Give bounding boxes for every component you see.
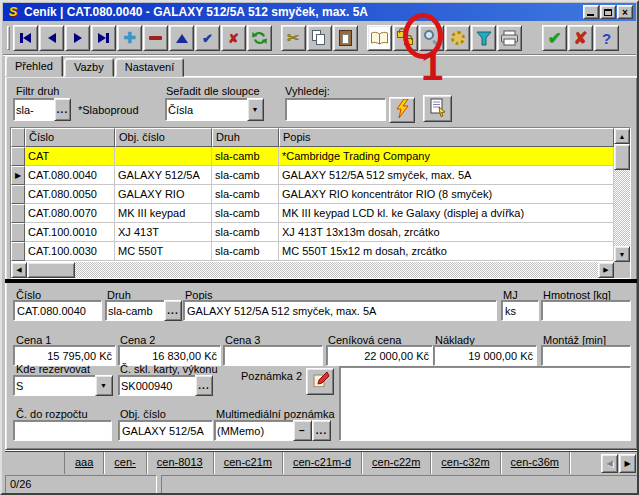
grid-cell[interactable]: CAT.100.0010: [25, 223, 115, 242]
sheet-tab-cen-c21m[interactable]: cen-c21m: [214, 452, 283, 474]
naklady-field[interactable]: [433, 345, 537, 366]
paste-button[interactable]: [333, 25, 358, 51]
kde-rezervovat-field[interactable]: [13, 375, 95, 396]
search-input[interactable]: [285, 98, 386, 121]
mj-field[interactable]: [501, 300, 539, 321]
grid-cell[interactable]: CAT.080.0070: [25, 204, 115, 223]
mmemo-field[interactable]: [214, 420, 293, 441]
print-button[interactable]: [497, 25, 522, 51]
view-book-button[interactable]: [367, 25, 392, 51]
sheet-scroll-right-button[interactable]: ▶: [619, 454, 636, 473]
grid-cell[interactable]: GALAXY 512/5A: [115, 166, 212, 185]
rozpocet-field[interactable]: [13, 420, 112, 441]
cancel-edit-button[interactable]: ✘: [221, 25, 246, 51]
column-header[interactable]: Druh: [212, 128, 279, 147]
kde-rezervovat-dropdown-button[interactable]: ▼: [95, 375, 113, 396]
table-row[interactable]: CAT.100.0030MC 550Tsla-cambMC 550T 15x12…: [11, 242, 614, 261]
grid-cell[interactable]: GALAXY 512/5A 512 smyček, max. 5A: [279, 166, 614, 185]
close-window-button[interactable]: ×: [617, 5, 633, 19]
maximize-button[interactable]: [600, 5, 616, 19]
quick-search-button[interactable]: [389, 97, 415, 123]
last-record-button[interactable]: [91, 25, 116, 51]
grid-cell[interactable]: GALAXY RIO: [115, 185, 212, 204]
cut-button[interactable]: ✂: [281, 25, 306, 51]
grid-cell[interactable]: MC 550T: [115, 242, 212, 261]
druh-ellipsis-button[interactable]: ...: [164, 300, 182, 321]
horizontal-scroll-thumb[interactable]: [27, 262, 75, 278]
table-row[interactable]: CAT.080.0070MK III keypadsla-cambMK III …: [11, 204, 614, 223]
popis-field[interactable]: [183, 300, 497, 321]
grid-cell[interactable]: XJ 413T: [115, 223, 212, 242]
confirm-button[interactable]: ✔: [542, 25, 567, 51]
search-options-button[interactable]: [423, 95, 452, 122]
sheet-tab-cen-[interactable]: cen-: [104, 452, 146, 474]
post-record-button[interactable]: ✔: [195, 25, 220, 51]
grid-cell[interactable]: MK III keypad: [115, 204, 212, 223]
row-selector[interactable]: [11, 242, 25, 261]
scroll-left-button[interactable]: ◀: [11, 262, 27, 278]
grid-cell[interactable]: sla-camb: [212, 242, 279, 261]
cislo-field[interactable]: [13, 300, 102, 321]
grid-cell[interactable]: sla-camb: [212, 223, 279, 242]
grid-cell[interactable]: CAT: [25, 147, 115, 166]
cenikova-field[interactable]: [326, 345, 433, 366]
scroll-right-button[interactable]: ▶: [598, 262, 614, 278]
obj-cislo-field[interactable]: [118, 420, 213, 441]
edit-record-button[interactable]: [169, 25, 194, 51]
grid-cell[interactable]: [115, 147, 212, 166]
grid-cell[interactable]: CAT.080.0040: [25, 166, 115, 185]
delete-record-button[interactable]: [143, 25, 168, 51]
filtr-druh-field[interactable]: [13, 98, 54, 121]
vertical-scroll-thumb[interactable]: [614, 144, 630, 170]
settings-button[interactable]: [445, 25, 470, 51]
table-row[interactable]: ▶CAT.080.0040GALAXY 512/5Asla-cambGALAXY…: [11, 166, 614, 185]
sheet-tab-cen-c32m[interactable]: cen-c32m: [431, 452, 500, 474]
grid-cell[interactable]: sla-camb: [212, 166, 279, 185]
splitter[interactable]: [5, 279, 638, 283]
row-selector[interactable]: [11, 223, 25, 242]
next-record-button[interactable]: [65, 25, 90, 51]
table-row[interactable]: CATsla-camb*Cambridge Trading Company: [11, 147, 614, 166]
sheet-tab-cen-c22m[interactable]: cen-c22m: [362, 452, 431, 474]
grid-cell[interactable]: GALAXY RIO koncentrátor RIO (8 smyček): [279, 185, 614, 204]
skl-karta-field[interactable]: [118, 375, 195, 396]
sheet-tab-aaa[interactable]: aaa: [65, 452, 104, 474]
grid-cell[interactable]: CAT.100.0030: [25, 242, 115, 261]
column-header[interactable]: Číslo: [25, 128, 115, 147]
sheet-tab-cen-c21m-d[interactable]: cen-c21m-d: [283, 452, 362, 474]
cancel-button[interactable]: ✘: [568, 25, 593, 51]
grid-cell[interactable]: *Cambridge Trading Company: [279, 147, 614, 166]
tab-nastaveni[interactable]: Nastavení: [115, 58, 185, 77]
row-selector[interactable]: [11, 204, 25, 223]
filtr-druh-ellipsis-button[interactable]: ...: [54, 98, 71, 121]
grid-cell[interactable]: sla-camb: [212, 204, 279, 223]
column-header[interactable]: Popis: [279, 128, 614, 147]
grid-cell[interactable]: XJ 413T 13x13m dosah, zrcátko: [279, 223, 614, 242]
sort-dropdown-button[interactable]: ▼: [247, 98, 264, 121]
skl-karta-ellipsis-button[interactable]: ...: [195, 375, 213, 396]
row-selector[interactable]: [11, 185, 25, 204]
sheet-tab-cen-c36m[interactable]: cen-c36m: [501, 452, 570, 474]
insert-record-button[interactable]: ✚: [117, 25, 142, 51]
montaz-field[interactable]: [541, 345, 631, 366]
scroll-down-button[interactable]: ▼: [614, 246, 630, 262]
cena3-field[interactable]: [223, 345, 323, 366]
sheet-scroll-left-button[interactable]: ◀: [601, 454, 618, 473]
grid-cell[interactable]: MC 550T 15x12 m dosah, zrcátko: [279, 242, 614, 261]
help-button[interactable]: ?: [594, 25, 619, 51]
minimize-button[interactable]: [583, 5, 599, 19]
grid-cell[interactable]: MK III keypad LCD kl. ke Galaxy (displej…: [279, 204, 614, 223]
mmemo-minus-button[interactable]: −: [293, 420, 312, 441]
row-selector[interactable]: [11, 147, 25, 166]
toolbar-gripper[interactable]: [7, 26, 10, 50]
first-record-button[interactable]: [13, 25, 38, 51]
poznamka2-button[interactable]: [306, 368, 334, 395]
hmotnost-field[interactable]: [541, 300, 631, 321]
tab-prehled[interactable]: Přehled: [5, 55, 63, 77]
scroll-up-button[interactable]: ▲: [614, 128, 630, 144]
row-selector[interactable]: ▶: [11, 166, 25, 185]
mmemo-ellipsis-button[interactable]: ...: [312, 420, 331, 441]
table-row[interactable]: CAT.100.0010XJ 413Tsla-cambXJ 413T 13x13…: [11, 223, 614, 242]
table-row[interactable]: CAT.080.0050GALAXY RIOsla-cambGALAXY RIO…: [11, 185, 614, 204]
column-header[interactable]: Obj. číslo: [115, 128, 212, 147]
